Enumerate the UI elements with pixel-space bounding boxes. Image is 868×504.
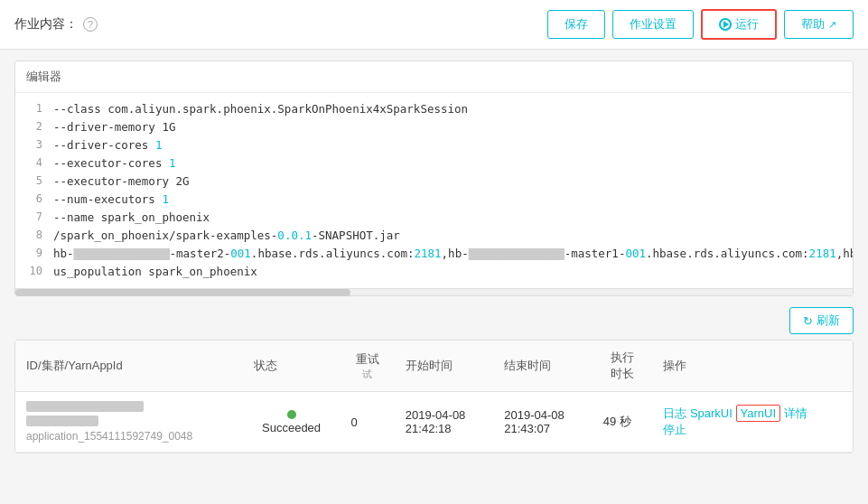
help-button[interactable]: 帮助 ↗ <box>784 10 854 39</box>
page-title: 作业内容： ? <box>14 16 547 33</box>
job-id-cell: application_1554111592749_0048 <box>15 392 243 453</box>
main-content: 编辑器 1 --class com.aliyun.spark.phoenix.S… <box>0 50 868 464</box>
external-link-icon: ↗ <box>828 19 836 31</box>
editor-scrollbar[interactable] <box>15 288 853 295</box>
job-end-time-cell: 2019-04-08 21:43:07 <box>493 392 592 453</box>
top-bar: 作业内容： ? 保存 作业设置 运行 帮助 ↗ <box>0 0 868 50</box>
job-duration-cell: 49 秒 <box>593 392 653 453</box>
job-settings-button[interactable]: 作业设置 <box>612 10 694 39</box>
code-line-10: 10 us_population spark_on_phoenix <box>15 263 853 281</box>
status-dot-green <box>287 410 296 419</box>
job-actions-cell: 日志 SparkUI YarnUI 详情 停止 <box>652 392 853 453</box>
code-line-4: 4 --executor-cores 1 <box>15 154 853 173</box>
log-link[interactable]: 日志 <box>663 406 686 420</box>
top-buttons: 保存 作业设置 运行 帮助 ↗ <box>547 9 854 40</box>
status-text: Succeeded <box>262 421 321 434</box>
run-label: 运行 <box>735 16 759 33</box>
code-line-2: 2 --driver-memory 1G <box>15 118 853 136</box>
col-end-time: 结束时间 <box>493 341 592 392</box>
table-header-row: ID/集群/YarnAppId 状态 重试 试 开始时间 <box>15 341 853 392</box>
job-status-cell: Succeeded <box>243 392 341 453</box>
code-line-9: 9 hb-████████████████-master2-001.hbase.… <box>15 245 853 263</box>
run-button[interactable]: 运行 <box>701 9 777 40</box>
col-actions: 操作 <box>652 341 853 392</box>
col-id: ID/集群/YarnAppId <box>15 341 243 392</box>
help-label: 帮助 <box>801 16 825 33</box>
help-circle-icon[interactable]: ? <box>83 17 98 32</box>
col-retry: 重试 试 <box>340 341 394 392</box>
col-status: 状态 <box>243 341 341 392</box>
editor-box: 编辑器 1 --class com.aliyun.spark.phoenix.S… <box>14 61 854 296</box>
stop-link[interactable]: 停止 <box>663 423 686 436</box>
job-table: ID/集群/YarnAppId 状态 重试 试 开始时间 <box>14 340 854 453</box>
refresh-row: ↻ 刷新 <box>14 307 854 334</box>
code-line-1: 1 --class com.aliyun.spark.phoenix.Spark… <box>15 100 853 118</box>
status-indicator: Succeeded <box>254 410 330 434</box>
scrollbar-thumb[interactable] <box>15 289 350 296</box>
job-id-main <box>26 401 232 426</box>
code-line-5: 5 --executor-memory 2G <box>15 173 853 191</box>
code-line-3: 3 --driver-cores 1 <box>15 136 853 154</box>
title-text: 作业内容： <box>14 16 78 33</box>
table-row: application_1554111592749_0048 Succeeded… <box>15 392 853 453</box>
save-button[interactable]: 保存 <box>547 10 605 39</box>
detail-link[interactable]: 详情 <box>784 406 807 420</box>
spark-ui-link[interactable]: SparkUI <box>690 406 733 420</box>
job-retry-cell: 0 <box>340 392 394 453</box>
code-line-6: 6 --num-executors 1 <box>15 191 853 209</box>
refresh-label: 刷新 <box>817 313 840 329</box>
refresh-button[interactable]: ↻ 刷新 <box>789 307 854 334</box>
editor-label: 编辑器 <box>15 61 853 93</box>
job-app-id: application_1554111592749_0048 <box>26 430 232 443</box>
code-line-8: 8 /spark_on_phoenix/spark-examples-0.0.1… <box>15 227 853 245</box>
run-circle-icon <box>719 18 732 31</box>
col-start-time: 开始时间 <box>395 341 493 392</box>
yarn-ui-link[interactable]: YarnUI <box>736 405 781 422</box>
refresh-icon: ↻ <box>803 314 813 328</box>
code-line-7: 7 --name spark_on_phoenix <box>15 209 853 227</box>
job-start-time-cell: 2019-04-08 21:42:18 <box>395 392 493 453</box>
editor-area[interactable]: 1 --class com.aliyun.spark.phoenix.Spark… <box>15 93 853 288</box>
col-duration: 执行 时长 <box>593 341 653 392</box>
